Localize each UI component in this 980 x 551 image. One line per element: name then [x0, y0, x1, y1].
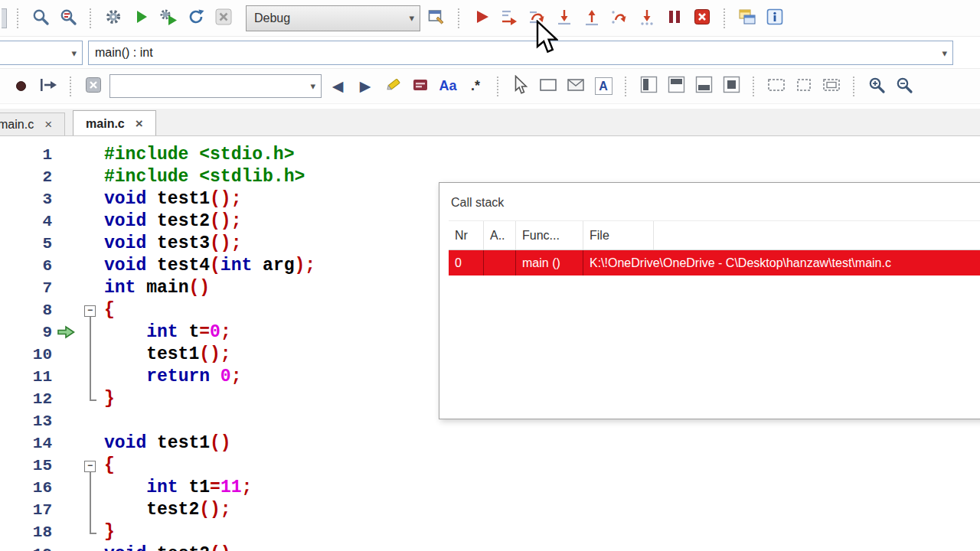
frame-tool-1-button[interactable] [765, 73, 788, 100]
regex-button[interactable]: .* [464, 73, 487, 100]
search-input[interactable] [110, 75, 305, 97]
pointer-tool-button[interactable] [509, 73, 532, 100]
function-select[interactable]: main() : int ▾ [88, 41, 953, 65]
abort-build-button[interactable] [212, 5, 235, 32]
debugging-windows-button[interactable] [736, 5, 759, 32]
chevron-down-icon: ▾ [66, 47, 82, 59]
highlight-matches-button[interactable] [381, 73, 404, 100]
callstack-column-header[interactable]: A.. [484, 221, 516, 249]
find-button[interactable] [29, 5, 52, 32]
mouse-cursor [535, 20, 558, 54]
line-number: 4 [0, 210, 52, 233]
callstack-title: Call stack [439, 183, 980, 220]
align-left-tool-button[interactable] [637, 73, 660, 100]
close-icon[interactable]: × [136, 117, 143, 130]
line-number: 2 [0, 166, 52, 188]
toolbar-separator [753, 77, 755, 96]
line-number: 14 [0, 432, 52, 455]
align-top-icon [668, 76, 685, 96]
zoom-out-button[interactable] [893, 73, 916, 100]
clipped-toolbar-icon[interactable] [2, 8, 7, 28]
rectangle-tool-button[interactable] [537, 73, 560, 100]
next-instruction-button[interactable] [608, 5, 631, 32]
line-number: 3 [0, 188, 52, 210]
align-center-tool-button[interactable] [720, 73, 743, 100]
fold-mid-marker [80, 366, 100, 388]
text-tool-button[interactable]: A [592, 73, 615, 100]
code-line-17[interactable]: test2(); [104, 499, 980, 521]
step-out-icon [582, 8, 602, 29]
align-top-tool-button[interactable] [665, 73, 688, 100]
frame-tool-3-button[interactable] [820, 73, 843, 100]
envelope-icon [567, 77, 585, 96]
build-button[interactable] [102, 5, 125, 32]
highlighter-icon [384, 76, 402, 97]
tab-main-c-active[interactable]: main.c × [73, 110, 156, 136]
callstack-window[interactable]: Call stack NrA..Func...File 0main ()K:\!… [439, 182, 980, 419]
code-line-19[interactable]: void test2() [104, 543, 980, 551]
line-number: 11 [0, 366, 52, 388]
pause-icon [667, 8, 682, 28]
code-line-16[interactable]: int t1=11; [104, 477, 980, 499]
tab-main-c-left[interactable]: main.c × [0, 112, 65, 135]
incremental-search-box[interactable]: ▾ [109, 74, 322, 98]
callstack-column-header[interactable]: Nr [449, 221, 484, 249]
toolbar-separator [497, 77, 499, 96]
goto-line-button[interactable] [37, 73, 60, 100]
fold-start-marker[interactable]: − [80, 455, 100, 477]
scope-select[interactable]: ▾ [0, 41, 83, 65]
previous-match-button[interactable]: ◀ [326, 73, 349, 100]
stop-debugger-button[interactable] [691, 5, 714, 32]
line-number: 10 [0, 344, 52, 366]
rebuild-button[interactable] [185, 5, 207, 32]
match-case-button[interactable]: Aa [436, 73, 459, 100]
break-debugger-button[interactable] [663, 5, 686, 32]
step-out-button[interactable] [580, 5, 603, 32]
run-button[interactable] [129, 5, 152, 32]
build-target-select[interactable]: Debug ▾ [246, 5, 420, 31]
run-to-cursor-button[interactable] [498, 5, 521, 32]
clear-search-button[interactable] [82, 73, 105, 100]
build-and-run-button[interactable] [157, 5, 180, 32]
zoom-in-button[interactable] [865, 73, 888, 100]
envelope-tool-button[interactable] [564, 73, 587, 100]
debug-continue-button[interactable] [470, 5, 493, 32]
rectangle-icon [539, 77, 557, 96]
chevron-down-icon: ▾ [305, 80, 321, 92]
fold-collapse-icon[interactable]: − [84, 305, 96, 317]
align-bottom-icon [695, 76, 713, 96]
selected-only-button[interactable] [409, 73, 432, 100]
code-line-15[interactable]: { [104, 455, 980, 477]
zoom-out-icon [895, 76, 913, 97]
window-pencil-icon [427, 8, 446, 29]
next-match-button[interactable]: ▶ [354, 73, 377, 100]
run-play-icon [132, 8, 150, 29]
target-options-button[interactable] [425, 5, 448, 32]
frame-tool-2-button[interactable] [792, 73, 815, 100]
edit-toolbar: ▾ ◀ ▶ Aa .* A [0, 69, 980, 104]
dashed-rect-small-icon [795, 77, 813, 96]
toolbar-separator [70, 77, 72, 96]
code-line-14[interactable]: void test1() [104, 432, 980, 455]
callstack-header-row: NrA..Func...File [449, 221, 980, 250]
next-instruction-icon [609, 8, 629, 29]
line-number: 1 [0, 144, 52, 166]
align-bottom-tool-button[interactable] [692, 73, 715, 100]
callstack-column-header[interactable]: File [583, 221, 654, 249]
fold-collapse-icon[interactable]: − [84, 461, 96, 472]
find-in-files-button[interactable] [57, 5, 80, 32]
close-icon[interactable]: × [44, 118, 52, 131]
code-line-1[interactable]: #include <stdio.h> [104, 144, 980, 166]
code-line-18[interactable]: } [104, 521, 980, 543]
stacked-windows-icon [738, 8, 756, 29]
line-number-gutter: 12345678910111213141516171819 [0, 144, 52, 551]
toggle-breakpoint-button[interactable] [9, 73, 32, 100]
fold-start-marker[interactable]: − [80, 299, 100, 321]
callstack-row[interactable]: 0main ()K:\!OneDrive\OneDrive - C\Deskto… [449, 250, 980, 276]
line-number: 8 [0, 299, 52, 321]
build-target-value: Debug [247, 11, 290, 25]
callstack-column-header[interactable]: Func... [516, 221, 583, 249]
gear-icon [104, 8, 122, 29]
debug-info-button[interactable] [763, 5, 786, 32]
step-into-instruction-button[interactable] [635, 5, 658, 32]
